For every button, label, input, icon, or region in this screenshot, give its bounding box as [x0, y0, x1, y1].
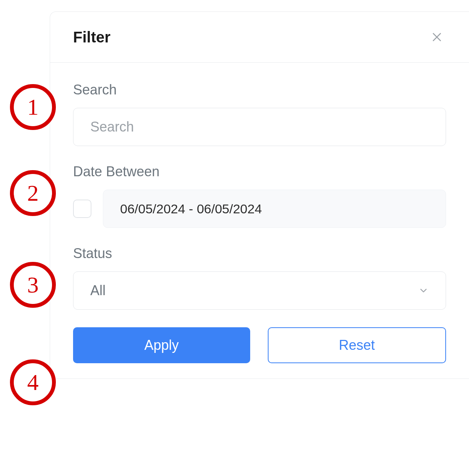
date-range-value: 06/05/2024 - 06/05/2024: [120, 201, 262, 216]
status-select[interactable]: All: [73, 271, 446, 310]
search-input[interactable]: [73, 108, 446, 146]
status-field-group: Status All: [73, 245, 446, 310]
filter-header: Filter: [50, 12, 469, 63]
filter-title: Filter: [73, 29, 111, 46]
reset-button[interactable]: Reset: [268, 327, 446, 363]
date-range-input[interactable]: 06/05/2024 - 06/05/2024: [103, 190, 446, 228]
date-enable-checkbox[interactable]: [73, 200, 91, 218]
date-row: 06/05/2024 - 06/05/2024: [73, 190, 446, 228]
search-field-group: Search: [73, 82, 446, 146]
status-selected-value: All: [90, 283, 106, 299]
close-button[interactable]: [428, 28, 446, 46]
close-icon: [431, 31, 443, 43]
date-label: Date Between: [73, 164, 446, 180]
annotation-4: 4: [10, 359, 56, 405]
filter-panel: Filter Search Date Between 06/05/2024 - …: [50, 11, 469, 379]
annotation-1: 1: [10, 84, 56, 130]
status-label: Status: [73, 245, 446, 262]
annotation-3: 3: [10, 262, 56, 308]
filter-body: Search Date Between 06/05/2024 - 06/05/2…: [50, 63, 469, 379]
annotation-2: 2: [10, 170, 56, 216]
apply-button[interactable]: Apply: [73, 327, 250, 363]
date-field-group: Date Between 06/05/2024 - 06/05/2024: [73, 164, 446, 228]
search-label: Search: [73, 82, 446, 98]
button-row: Apply Reset: [73, 327, 446, 363]
chevron-down-icon: [418, 285, 429, 296]
